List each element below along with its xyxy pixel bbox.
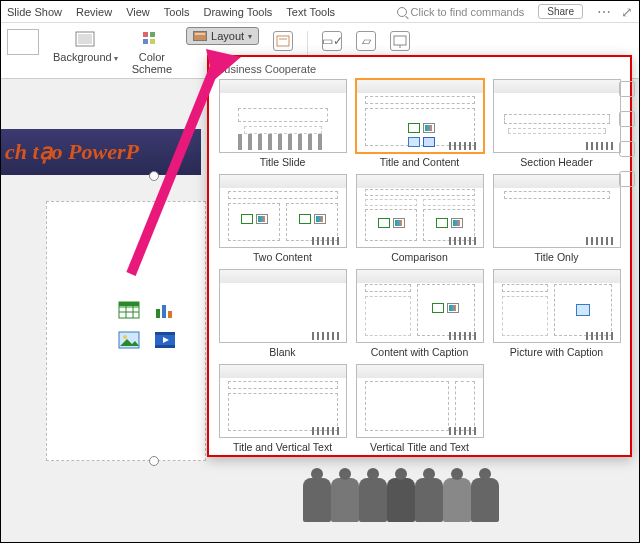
- svg-rect-6: [277, 36, 289, 46]
- svg-rect-3: [150, 32, 155, 37]
- layout-button[interactable]: Layout ▾: [186, 27, 259, 45]
- layout-option-two-content[interactable]: Two Content: [217, 174, 348, 263]
- layout-option-blank[interactable]: Blank: [217, 269, 348, 358]
- menu-item[interactable]: View: [126, 6, 150, 18]
- layout-label: Title Slide: [260, 156, 306, 168]
- svg-rect-16: [156, 309, 160, 318]
- svg-rect-17: [162, 305, 166, 318]
- menu-item[interactable]: Slide Show: [7, 6, 62, 18]
- layout-option-comparison[interactable]: Comparison: [354, 174, 485, 263]
- command-search[interactable]: Click to find commands: [397, 6, 525, 18]
- background-tool[interactable]: Background: [53, 29, 118, 63]
- layout-label: Two Content: [253, 251, 312, 263]
- expand-icon[interactable]: ⤢: [621, 4, 633, 20]
- layout-label: Comparison: [391, 251, 448, 263]
- svg-rect-4: [143, 39, 148, 44]
- side-panel: [618, 81, 636, 187]
- layout-label: Title Only: [535, 251, 579, 263]
- media-icon[interactable]: [152, 329, 178, 351]
- search-placeholder: Click to find commands: [411, 6, 525, 18]
- layout-label: Layout: [211, 30, 244, 42]
- layout-popup: Business Cooperate Title Slide Title and…: [207, 55, 632, 457]
- picture-icon[interactable]: [116, 329, 142, 351]
- menu-item[interactable]: Text Tools: [286, 6, 335, 18]
- ribbon-icon-2[interactable]: ▭✓: [322, 31, 342, 51]
- layout-option-title-only[interactable]: Title Only: [491, 174, 622, 263]
- ribbon-icon-1[interactable]: [273, 31, 293, 51]
- svg-rect-18: [168, 311, 172, 318]
- layout-theme-name: Business Cooperate: [217, 63, 622, 75]
- menu-item[interactable]: Review: [76, 6, 112, 18]
- menu-item[interactable]: Drawing Tools: [203, 6, 272, 18]
- menu-bar: Slide Show Review View Tools Drawing Too…: [1, 1, 639, 23]
- svg-rect-5: [150, 39, 155, 44]
- slide-title-box[interactable]: ch tạo PowerP: [1, 129, 201, 175]
- svg-rect-2: [143, 32, 148, 37]
- layout-option-section-header[interactable]: Section Header: [491, 79, 622, 168]
- background-label: Background: [53, 51, 112, 63]
- rotate-handle-icon[interactable]: [149, 171, 159, 181]
- layout-label: Blank: [269, 346, 295, 358]
- resize-handle-icon[interactable]: [149, 456, 159, 466]
- svg-rect-23: [155, 345, 175, 348]
- layout-label: Picture with Caption: [510, 346, 603, 358]
- ribbon-icon-4[interactable]: [390, 31, 410, 51]
- layout-option-content-caption[interactable]: Content with Caption: [354, 269, 485, 358]
- layout-option-title-slide[interactable]: Title Slide: [217, 79, 348, 168]
- feedback-icon[interactable]: ⋯: [597, 4, 611, 20]
- menu-item[interactable]: Tools: [164, 6, 190, 18]
- svg-point-20: [123, 335, 127, 339]
- people-image: [211, 472, 591, 522]
- layout-icon: [193, 31, 207, 41]
- svg-rect-8: [394, 36, 406, 45]
- slide-title-text: ch tạo PowerP: [5, 139, 139, 165]
- layout-label: Content with Caption: [371, 346, 468, 358]
- layout-option-title-content[interactable]: Title and Content: [354, 79, 485, 168]
- side-icon-4[interactable]: [619, 171, 635, 187]
- color-scheme-label: Color Scheme: [132, 51, 172, 75]
- layout-label: Title and Vertical Text: [233, 441, 332, 453]
- layout-option-title-vertical-text[interactable]: Title and Vertical Text: [217, 364, 348, 453]
- side-icon-2[interactable]: [619, 111, 635, 127]
- layout-label: Section Header: [520, 156, 592, 168]
- color-scheme-tool[interactable]: Color Scheme: [132, 29, 172, 75]
- layout-option-vertical-title-text[interactable]: Vertical Title and Text: [354, 364, 485, 453]
- table-icon[interactable]: [116, 299, 142, 321]
- chart-icon[interactable]: [152, 299, 178, 321]
- side-icon-3[interactable]: [619, 141, 635, 157]
- layout-label: Vertical Title and Text: [370, 441, 469, 453]
- ribbon-icon-3[interactable]: ▱: [356, 31, 376, 51]
- svg-rect-1: [78, 34, 92, 44]
- slide-thumbnail[interactable]: [7, 29, 39, 55]
- layout-label: Title and Content: [380, 156, 460, 168]
- search-icon: [397, 7, 407, 17]
- share-button[interactable]: Share: [538, 4, 583, 19]
- placeholder-icons: [116, 299, 180, 351]
- side-icon-1[interactable]: [619, 81, 635, 97]
- layout-option-picture-caption[interactable]: Picture with Caption: [491, 269, 622, 358]
- svg-rect-22: [155, 332, 175, 335]
- svg-rect-15: [119, 302, 139, 306]
